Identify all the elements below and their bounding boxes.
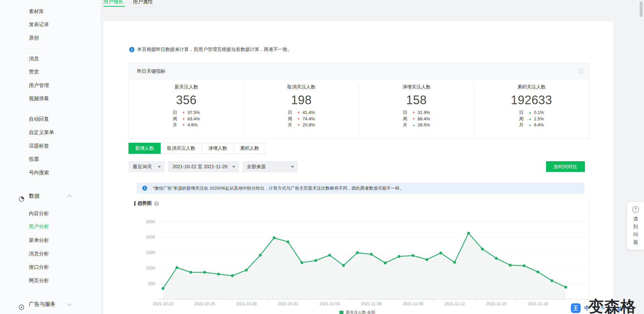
sidebar-item-2[interactable]: 原创 [0,31,101,45]
metric-trend-row: 周▼74.4% [288,116,315,122]
arrow-up-icon: ▲ [529,122,534,128]
date-preset-dropdown[interactable]: 最近30天 [128,161,165,172]
sidebar-item-17[interactable]: 接口分析 [0,260,101,274]
svg-text:500: 500 [148,281,155,286]
feedback-float-button[interactable]: ? 遇 到 问 题 [627,202,644,250]
period-label: 月 [403,122,412,128]
sidebar-item-label: 视频弹幕 [29,92,49,105]
sidebar-item-6[interactable]: 视频弹幕 [0,92,101,105]
sidebar-divider [16,48,75,49]
sidebar: 素材库发表记录原创消息赞赏用户管理视频弹幕自动回复自定义菜单话题标签投票号内搜索… [0,0,101,314]
tab-user-attributes[interactable]: 用户属性 [133,0,153,7]
percent-value: 74.4% [303,116,315,121]
key-metrics-body: 新关注人数356日▼37.5%周▼83.4%月▼4.6%取消关注人数198日▼4… [129,79,589,139]
key-metrics-title: 昨日关键指标 [137,68,165,74]
question-circle-icon: ? [632,206,639,213]
sidebar-item-8[interactable]: 自定义菜单 [0,126,101,139]
metric-column-2: 净增关注人数158日▼31.9%周▼88.4%月▲28.5% [359,79,474,139]
sidebar-item-11[interactable]: 号内搜索 [0,166,101,179]
legend-label: 新关注人数-全部 [346,310,375,314]
chart-tab-2[interactable]: 净增人数 [202,143,234,154]
sidebar-item-16[interactable]: 消息分析 [0,247,101,260]
sidebar-item-7[interactable]: 自动回复 [0,112,101,126]
sidebar-item-3[interactable]: 消息 [0,52,101,65]
help-question-icon[interactable]: ? [154,201,159,206]
date-range-dropdown[interactable]: 2021-10-22 至 2021-11-20 [168,161,239,172]
sidebar-item-label: 用户分析 [29,220,49,233]
pie-chart-icon [18,193,24,199]
legend-swatch [339,311,343,314]
arrow-up-icon: ▲ [529,110,534,116]
metric-trend-row: 周▼83.4% [173,116,200,122]
chevron-up-icon [67,195,72,199]
watermark-text: 变森格 [588,296,637,314]
compass-icon [18,301,24,307]
metric-label: 净增关注人数 [359,84,474,90]
sidebar-item-label: 素材库 [29,5,44,18]
metric-trend-row: 月▼20.8% [288,122,315,128]
sidebar-item-9[interactable]: 话题标签 [0,139,101,152]
period-label: 日 [519,110,529,116]
chart-legend[interactable]: 新关注人数-全部 [339,310,375,314]
source-note-text: “微信广告”来源的新增关注在 2020/06起从其他中拆分给出，计算方式与广告主… [153,185,404,191]
arrow-down-icon: ▼ [182,122,187,128]
sidebar-item-label: 消息分析 [29,247,49,260]
sidebar-item-section-19[interactable]: 广告与服务 [0,297,101,312]
sidebar-item-15[interactable]: 菜单分析 [0,234,101,247]
sidebar-item-4[interactable]: 赞赏 [0,65,101,78]
source-dropdown[interactable]: 全部来源 [243,161,298,172]
date-preset-value: 最近30天 [133,164,152,169]
sidebar-item-label: 赞赏 [29,65,39,78]
arrow-down-icon: ▼ [412,116,418,122]
percent-value: 0.1% [534,110,544,115]
compare-by-time-button[interactable]: 按时间对比 [546,161,585,172]
sidebar-item-0[interactable]: 素材库 [0,5,101,18]
sidebar-item-10[interactable]: 投票 [0,152,101,166]
sidebar-item-label: 内容分析 [29,207,49,220]
trend-chart[interactable]: 50010001500200025002021-10-222021-10-252… [134,211,594,314]
sidebar-item-label: 菜单分析 [29,234,49,247]
arrow-up-icon: ▲ [529,116,534,122]
sidebar-item-label: 消息 [29,52,39,65]
svg-text:2021-10-28: 2021-10-28 [236,302,257,306]
help-question-icon[interactable]: ? [578,68,584,74]
chart-tab-3[interactable]: 累积人数 [233,143,266,154]
chevron-down-icon [67,301,72,306]
title-bar-decoration [134,201,136,206]
arrow-down-icon: ▼ [297,116,303,122]
period-label: 周 [173,116,182,122]
metric-trend-row: 周▲1.5% [519,116,544,122]
tab-user-growth[interactable]: 用户增长 [103,0,123,7]
trend-title-text: 趋势图 [138,200,152,206]
chart-tab-0[interactable]: 新增人数 [128,143,161,154]
scrollbar-thumb[interactable] [640,1,643,17]
sidebar-item-1[interactable]: 发表记录 [0,18,101,31]
metric-column-3: 累积关注人数192633日▲0.1%周▲1.5%月▲9.4% [474,79,589,139]
chart-tab-1[interactable]: 取消关注人数 [160,143,202,154]
chevron-down-icon [158,166,161,168]
arrow-down-icon: ▼ [182,110,187,116]
sidebar-item-5[interactable]: 用户管理 [0,79,101,92]
sidebar-item-label: 号内搜索 [29,166,49,179]
sidebar-item-13[interactable]: 内容分析 [0,207,101,220]
metric-trend-row: 日▼37.5% [173,110,200,116]
period-label: 月 [288,122,297,128]
sidebar-item-label: 投票 [29,152,39,166]
sidebar-item-18[interactable]: 网页分析 [0,274,101,287]
svg-text:2000: 2000 [146,235,155,240]
metric-trend-rows: 日▼31.9%周▼88.4%月▲28.5% [403,110,430,128]
sidebar-item-section-12[interactable]: 数据 [0,189,101,203]
sidebar-item-14[interactable]: 用户分析 [0,220,101,233]
svg-text:2021-10-25: 2021-10-25 [195,302,215,306]
sidebar-item-label: 数据 [29,189,40,203]
ime-logo-icon[interactable]: 王 [571,303,581,313]
svg-text:2500: 2500 [146,219,155,224]
percent-value: 37.5% [187,110,200,115]
metric-trend-rows: 日▼37.5%周▼83.4%月▼4.6% [173,110,200,128]
wechat-ads-source-note: i “微信广告”来源的新增关注在 2020/06起从其他中拆分给出，计算方式与广… [137,183,584,194]
sidebar-divider [16,185,75,185]
svg-text:2021-10-31: 2021-10-31 [278,302,299,306]
svg-text:1500: 1500 [146,250,155,255]
info-icon: i [142,186,147,191]
percent-value: 28.5% [418,122,430,127]
